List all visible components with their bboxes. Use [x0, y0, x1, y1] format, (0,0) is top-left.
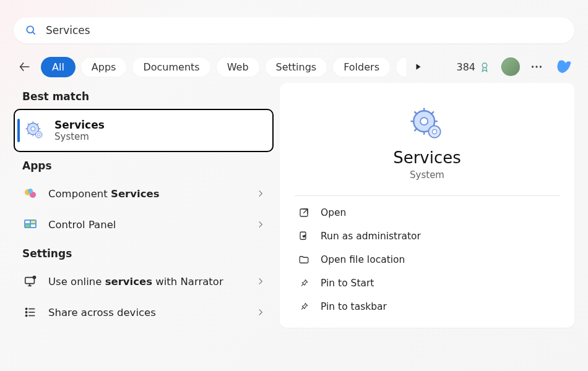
- medal-icon: [479, 61, 490, 72]
- svg-point-5: [532, 66, 534, 67]
- tab-photos[interactable]: Ph: [396, 57, 406, 77]
- search-bar[interactable]: [14, 17, 574, 43]
- chevron-right-icon: [256, 277, 265, 286]
- result-share-devices[interactable]: Share across devices: [14, 297, 274, 328]
- svg-point-6: [535, 66, 537, 67]
- result-label: Component Services: [48, 188, 246, 200]
- svg-point-36: [25, 315, 27, 316]
- tabs-scroll-right[interactable]: [411, 62, 426, 71]
- action-label: Pin to taskbar: [321, 301, 387, 312]
- svg-point-49: [432, 129, 436, 134]
- folder-icon: [298, 254, 309, 265]
- rewards-points[interactable]: 384: [456, 61, 490, 73]
- copilot-icon[interactable]: [553, 56, 574, 77]
- user-avatar[interactable]: [501, 58, 520, 76]
- tab-settings[interactable]: Settings: [265, 57, 328, 77]
- action-label: Open file location: [321, 254, 405, 265]
- svg-line-51: [303, 209, 308, 213]
- action-label: Open: [321, 207, 346, 218]
- best-match-result[interactable]: Services System: [14, 109, 274, 152]
- divider: [295, 195, 560, 196]
- result-control-panel[interactable]: Control Panel: [14, 209, 274, 240]
- svg-point-22: [28, 189, 33, 194]
- svg-line-1: [33, 32, 35, 35]
- svg-point-0: [27, 26, 33, 33]
- control-panel-icon: [22, 216, 38, 232]
- svg-rect-26: [25, 224, 30, 227]
- tab-folders[interactable]: Folders: [332, 57, 391, 77]
- action-open-location[interactable]: Open file location: [295, 248, 560, 271]
- svg-line-17: [28, 132, 30, 134]
- open-icon: [298, 207, 309, 218]
- pin-icon: [298, 278, 309, 289]
- more-button[interactable]: [530, 60, 543, 74]
- svg-marker-3: [417, 64, 421, 69]
- filter-tabs: All Apps Documents Web Settings Folders …: [41, 57, 406, 77]
- svg-line-44: [414, 111, 417, 114]
- chevron-right-icon: [256, 189, 265, 198]
- result-component-services[interactable]: Component Services: [14, 178, 274, 209]
- svg-point-19: [38, 134, 40, 136]
- svg-point-7: [540, 66, 542, 67]
- svg-line-47: [414, 128, 417, 131]
- svg-point-34: [25, 312, 27, 313]
- shield-icon: [298, 231, 309, 242]
- action-label: Pin to Start: [321, 278, 374, 289]
- best-match-subtitle: System: [54, 131, 105, 142]
- chevron-right-icon: [256, 220, 265, 229]
- results-panel: Best match Services System Apps Componen…: [14, 83, 274, 328]
- svg-rect-27: [31, 224, 35, 227]
- component-services-icon: [22, 186, 38, 202]
- points-value: 384: [456, 61, 475, 73]
- services-app-icon: [25, 121, 45, 140]
- action-label: Run as administrator: [321, 231, 421, 242]
- action-run-admin[interactable]: Run as administrator: [295, 224, 560, 248]
- back-button[interactable]: [14, 56, 36, 78]
- result-narrator-services[interactable]: Use online services with Narrator: [14, 266, 274, 297]
- action-pin-start[interactable]: Pin to Start: [295, 271, 560, 295]
- search-input[interactable]: [46, 24, 563, 36]
- action-open[interactable]: Open: [295, 201, 560, 224]
- list-icon: [22, 304, 38, 320]
- detail-panel: Services System Open Run as administrato…: [280, 83, 574, 328]
- tab-all[interactable]: All: [41, 57, 76, 77]
- result-label: Share across devices: [48, 307, 246, 318]
- svg-point-39: [420, 117, 428, 125]
- chevron-right-icon: [256, 308, 265, 317]
- svg-point-32: [25, 308, 27, 309]
- monitor-icon: [22, 273, 38, 289]
- section-best-match: Best match: [22, 90, 274, 103]
- detail-subtitle: System: [295, 169, 560, 181]
- svg-point-31: [32, 276, 36, 279]
- pin-icon: [298, 301, 309, 312]
- filter-toolbar: All Apps Documents Web Settings Folders …: [0, 51, 588, 83]
- action-pin-taskbar[interactable]: Pin to taskbar: [295, 295, 560, 318]
- svg-line-16: [37, 124, 38, 126]
- section-apps: Apps: [22, 160, 274, 172]
- detail-title: Services: [295, 148, 560, 167]
- svg-line-46: [431, 111, 434, 114]
- best-match-title: Services: [54, 119, 105, 131]
- tab-apps[interactable]: Apps: [80, 57, 128, 77]
- svg-point-9: [31, 127, 35, 131]
- svg-point-4: [482, 63, 487, 68]
- detail-app-icon: [295, 106, 560, 142]
- svg-rect-24: [25, 221, 30, 223]
- tab-web[interactable]: Web: [216, 57, 260, 77]
- section-settings: Settings: [22, 247, 274, 260]
- result-label: Use online services with Narrator: [48, 276, 246, 288]
- tab-documents[interactable]: Documents: [132, 57, 210, 77]
- svg-rect-25: [31, 221, 35, 223]
- svg-line-14: [28, 124, 30, 126]
- result-label: Control Panel: [48, 219, 246, 231]
- search-icon: [25, 24, 37, 36]
